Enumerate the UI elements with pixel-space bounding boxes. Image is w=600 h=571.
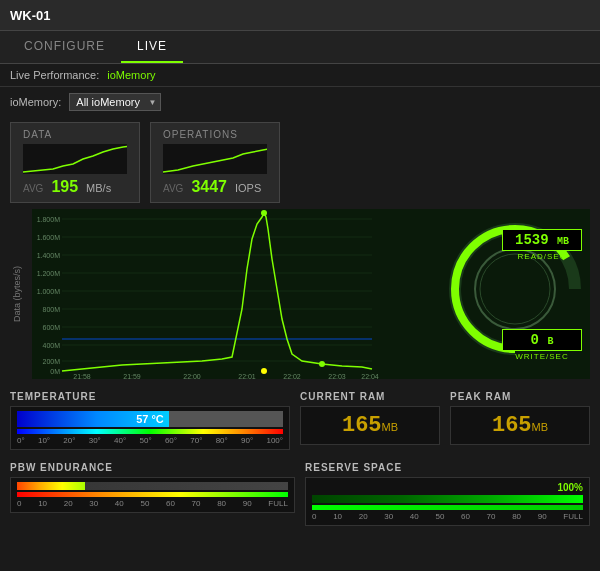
write-value-display: 0 B xyxy=(502,329,582,351)
svg-text:800M: 800M xyxy=(42,306,60,313)
live-performance-bar: Live Performance: ioMemory xyxy=(0,64,600,87)
iomemory-select[interactable]: All ioMemory xyxy=(69,93,161,111)
svg-text:1.400M: 1.400M xyxy=(37,252,61,259)
reserve-bar xyxy=(312,495,583,503)
svg-text:1.800M: 1.800M xyxy=(37,216,61,223)
svg-text:21:58: 21:58 xyxy=(73,373,91,379)
reserve-fill xyxy=(312,495,583,503)
data-value: 195 xyxy=(51,178,78,196)
ops-value: 3447 xyxy=(191,178,227,196)
write-label: WRITE/SEC xyxy=(502,352,582,361)
current-ram-display: 165MB xyxy=(300,406,440,445)
reserve-title: RESERVE SPACE xyxy=(305,462,590,473)
svg-text:1.200M: 1.200M xyxy=(37,270,61,277)
reserve-space-block: RESERVE SPACE 100% 0 10 20 30 40 50 60 7… xyxy=(305,462,590,526)
svg-point-20 xyxy=(261,210,267,216)
data-panel: DATA AVG 195 MB/s xyxy=(10,122,140,203)
read-value-display: 1539 MB xyxy=(502,229,582,251)
tab-bar: CONFIGURE LIVE xyxy=(0,31,600,64)
peak-ram-value: 165 xyxy=(492,413,532,438)
current-ram-block: CURRENT RAM 165MB xyxy=(300,391,440,450)
pbw-gradient xyxy=(17,492,288,497)
tab-live[interactable]: LIVE xyxy=(121,31,183,63)
svg-text:22:00: 22:00 xyxy=(183,373,201,379)
ops-avg-label: AVG xyxy=(163,183,183,194)
write-value: 0 xyxy=(531,332,539,348)
iomemory-select-wrapper[interactable]: All ioMemory xyxy=(69,92,161,111)
peak-ram-block: PEAK RAM 165MB xyxy=(450,391,590,450)
temperature-bar-container: 57 °C 0° 10° 20° 30° 40° 50° 60° 70° 80°… xyxy=(10,406,290,450)
window-title: WK-01 xyxy=(10,8,50,23)
temperature-fill-bar: 57 °C xyxy=(17,411,283,427)
pbw-title: PBW ENDURANCE xyxy=(10,462,295,473)
pbw-container: 0 10 20 30 40 50 60 70 80 90 FULL xyxy=(10,477,295,513)
ops-unit: IOPS xyxy=(235,182,261,194)
svg-point-21 xyxy=(261,368,267,374)
svg-text:22:04: 22:04 xyxy=(361,373,379,379)
svg-text:1.000M: 1.000M xyxy=(37,288,61,295)
operations-panel: OPERATIONS AVG 3447 IOPS xyxy=(150,122,280,203)
svg-text:1.600M: 1.600M xyxy=(37,234,61,241)
metrics-row-1: TEMPERATURE 57 °C 0° 10° 20° 30° 40° 50°… xyxy=(0,383,600,458)
reserve-percent: 100% xyxy=(312,482,583,493)
chart-container: 1.800M 1.600M 1.400M 1.200M 1.000M 800M … xyxy=(32,209,590,379)
svg-point-22 xyxy=(319,361,325,367)
live-perf-label: Live Performance: xyxy=(10,69,99,81)
tab-configure[interactable]: CONFIGURE xyxy=(8,31,121,63)
operations-panel-title: OPERATIONS xyxy=(163,129,267,140)
peak-ram-title: PEAK RAM xyxy=(450,391,590,402)
iomemory-bar: ioMemory: All ioMemory xyxy=(0,87,600,116)
temperature-block: TEMPERATURE 57 °C 0° 10° 20° 30° 40° 50°… xyxy=(10,391,290,450)
read-unit: MB xyxy=(557,236,569,247)
svg-text:400M: 400M xyxy=(42,342,60,349)
live-perf-value: ioMemory xyxy=(107,69,155,81)
temperature-gradient-bar xyxy=(17,429,283,434)
svg-text:22:02: 22:02 xyxy=(283,373,301,379)
temperature-title: TEMPERATURE xyxy=(10,391,290,402)
pbw-endurance-block: PBW ENDURANCE 0 10 20 30 40 50 60 70 80 … xyxy=(10,462,295,526)
data-unit: MB/s xyxy=(86,182,111,194)
read-value: 1539 xyxy=(515,232,549,248)
reserve-gradient xyxy=(312,505,583,510)
peak-ram-display: 165MB xyxy=(450,406,590,445)
current-ram-value: 165 xyxy=(342,413,382,438)
y-axis-label: Data (bytes/s) xyxy=(10,209,32,379)
gauge-overlay: 1539 MB READ/SEC 0 B WRITE/SEC xyxy=(430,209,590,379)
stats-row: DATA AVG 195 MB/s OPERATIONS AVG 3447 IO… xyxy=(0,116,600,209)
data-avg-label: AVG xyxy=(23,183,43,194)
svg-point-31 xyxy=(480,254,550,324)
write-display: 0 B WRITE/SEC xyxy=(502,329,582,361)
reserve-container: 100% 0 10 20 30 40 50 60 70 80 90 FULL xyxy=(305,477,590,526)
temperature-value: 57 °C xyxy=(136,413,164,425)
pbw-scale: 0 10 20 30 40 50 60 70 80 90 FULL xyxy=(17,499,288,508)
iomemory-label: ioMemory: xyxy=(10,96,61,108)
write-unit: B xyxy=(547,336,553,347)
peak-ram-unit: MB xyxy=(532,421,549,433)
reserve-scale: 0 10 20 30 40 50 60 70 80 90 FULL xyxy=(312,512,583,521)
chart-outer: Data (bytes/s) 1.800M 1.600M 1.400M 1.20… xyxy=(10,209,590,379)
svg-text:0M: 0M xyxy=(50,368,60,375)
read-display: 1539 MB READ/SEC xyxy=(502,229,582,261)
current-ram-unit: MB xyxy=(382,421,399,433)
current-ram-title: CURRENT RAM xyxy=(300,391,440,402)
svg-text:21:59: 21:59 xyxy=(123,373,141,379)
svg-text:600M: 600M xyxy=(42,324,60,331)
read-label: READ/SEC xyxy=(502,252,582,261)
pbw-fill xyxy=(17,482,85,490)
temperature-scale: 0° 10° 20° 30° 40° 50° 60° 70° 80° 90° 1… xyxy=(17,436,283,445)
svg-point-30 xyxy=(475,249,555,329)
svg-text:22:03: 22:03 xyxy=(328,373,346,379)
header-bar: WK-01 xyxy=(0,0,600,31)
svg-text:22:01: 22:01 xyxy=(238,373,256,379)
svg-text:200M: 200M xyxy=(42,358,60,365)
data-panel-title: DATA xyxy=(23,129,127,140)
pbw-bar xyxy=(17,482,288,490)
metrics-row-2: PBW ENDURANCE 0 10 20 30 40 50 60 70 80 … xyxy=(0,458,600,534)
